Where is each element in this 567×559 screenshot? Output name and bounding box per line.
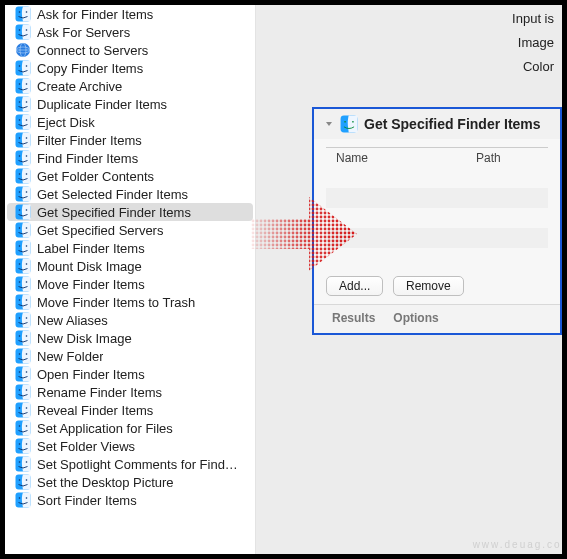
sidebar-item[interactable]: Sort Finder Items [7,491,253,509]
svg-point-65 [19,389,21,391]
sidebar-item[interactable]: New Aliases [7,311,253,329]
sidebar-item[interactable]: Copy Finder Items [7,59,253,77]
results-tab[interactable]: Results [332,311,375,325]
sidebar-item[interactable]: Set Spotlight Comments for Finder Items [7,455,253,473]
svg-point-2 [26,11,28,13]
sidebar-item-label: Open Finder Items [37,367,145,382]
svg-point-44 [19,263,21,265]
svg-point-83 [19,497,21,499]
svg-point-11 [19,65,21,67]
sidebar-item[interactable]: Open Finder Items [7,365,253,383]
sidebar-item[interactable]: Mount Disk Image [7,257,253,275]
sidebar-item-label: Label Finder Items [37,241,145,256]
sidebar-item[interactable]: Get Folder Contents [7,167,253,185]
finder-icon [15,348,31,364]
svg-point-57 [26,335,28,337]
finder-icon [15,150,31,166]
sidebar-item[interactable]: Set Folder Views [7,437,253,455]
finder-icon [15,96,31,112]
sidebar-item[interactable]: Label Finder Items [7,239,253,257]
sidebar-item-label: Find Finder Items [37,151,138,166]
sidebar-item[interactable]: New Folder [7,347,253,365]
svg-point-17 [19,101,21,103]
svg-point-15 [26,83,28,85]
svg-point-81 [26,479,28,481]
action-card-get-specified-finder-items[interactable]: Get Specified Finder Items Name Path Add… [312,107,562,335]
sidebar-item[interactable]: Get Selected Finder Items [7,185,253,203]
finder-icon [15,294,31,310]
sidebar-item[interactable]: New Disk Image [7,329,253,347]
sidebar-item[interactable]: Ask For Servers [7,23,253,41]
finder-icon [15,204,31,220]
svg-point-12 [26,65,28,67]
svg-point-21 [26,119,28,121]
sidebar-item[interactable]: Get Specified Servers [7,221,253,239]
sidebar-item[interactable]: Rename Finder Items [7,383,253,401]
remove-button[interactable]: Remove [393,276,464,296]
sidebar-item-label: Mount Disk Image [37,259,142,274]
sidebar-item-label: Duplicate Finder Items [37,97,167,112]
table-row [326,248,548,268]
svg-point-75 [26,443,28,445]
sidebar-item-label: Set Folder Views [37,439,135,454]
sidebar-item-label: Ask For Servers [37,25,130,40]
sidebar-item[interactable]: Reveal Finder Items [7,401,253,419]
sidebar-item[interactable]: Create Archive [7,77,253,95]
sidebar-item-label: Filter Finder Items [37,133,142,148]
svg-point-60 [26,353,28,355]
action-card-title: Get Specified Finder Items [364,116,541,132]
svg-point-1 [19,11,21,13]
svg-point-74 [19,443,21,445]
finder-icon [15,456,31,472]
sidebar-item-label: Move Finder Items to Trash [37,295,195,310]
svg-point-47 [19,281,21,283]
svg-point-45 [26,263,28,265]
actions-sidebar[interactable]: Ask for Finder Items Ask For Servers Con… [5,5,256,554]
svg-point-26 [19,155,21,157]
sidebar-item[interactable]: Eject Disk [7,113,253,131]
sidebar-item-label: Move Finder Items [37,277,145,292]
sidebar-item-label: Rename Finder Items [37,385,162,400]
finder-icon [15,132,31,148]
svg-point-24 [26,137,28,139]
add-button[interactable]: Add... [326,276,383,296]
disclosure-icon[interactable] [322,117,336,131]
sidebar-item[interactable]: Get Specified Finder Items [7,203,253,221]
svg-point-20 [19,119,21,121]
svg-point-87 [352,121,354,123]
sidebar-item[interactable]: Duplicate Finder Items [7,95,253,113]
svg-point-29 [19,173,21,175]
sidebar-item[interactable]: Set the Desktop Picture [7,473,253,491]
sidebar-item[interactable]: Move Finder Items [7,275,253,293]
sidebar-item-label: Get Folder Contents [37,169,154,184]
finder-icon [15,78,31,94]
sidebar-item[interactable]: Set Application for Files [7,419,253,437]
options-tab[interactable]: Options [393,311,438,325]
sidebar-item[interactable]: Ask for Finder Items [7,5,253,23]
finder-icon [15,24,31,40]
action-card-header[interactable]: Get Specified Finder Items [314,109,560,139]
svg-point-66 [26,389,28,391]
svg-point-84 [26,497,28,499]
finder-icon [15,384,31,400]
svg-point-86 [344,121,346,123]
sidebar-item-label: Create Archive [37,79,122,94]
column-name-header[interactable]: Name [326,151,466,165]
svg-point-78 [26,461,28,463]
sidebar-item[interactable]: Connect to Servers [7,41,253,59]
sidebar-item-label: Get Specified Finder Items [37,205,191,220]
sidebar-item-label: Eject Disk [37,115,95,130]
finder-icon [15,492,31,508]
finder-icon [15,114,31,130]
finder-icon [15,186,31,202]
sidebar-item[interactable]: Move Finder Items to Trash [7,293,253,311]
sidebar-item[interactable]: Find Finder Items [7,149,253,167]
column-path-header[interactable]: Path [466,151,548,165]
svg-point-36 [26,209,28,211]
finder-icon [15,474,31,490]
svg-point-62 [19,371,21,373]
svg-point-41 [19,245,21,247]
sidebar-item-label: Set the Desktop Picture [37,475,174,490]
sidebar-item[interactable]: Filter Finder Items [7,131,253,149]
sidebar-item-label: Sort Finder Items [37,493,137,508]
